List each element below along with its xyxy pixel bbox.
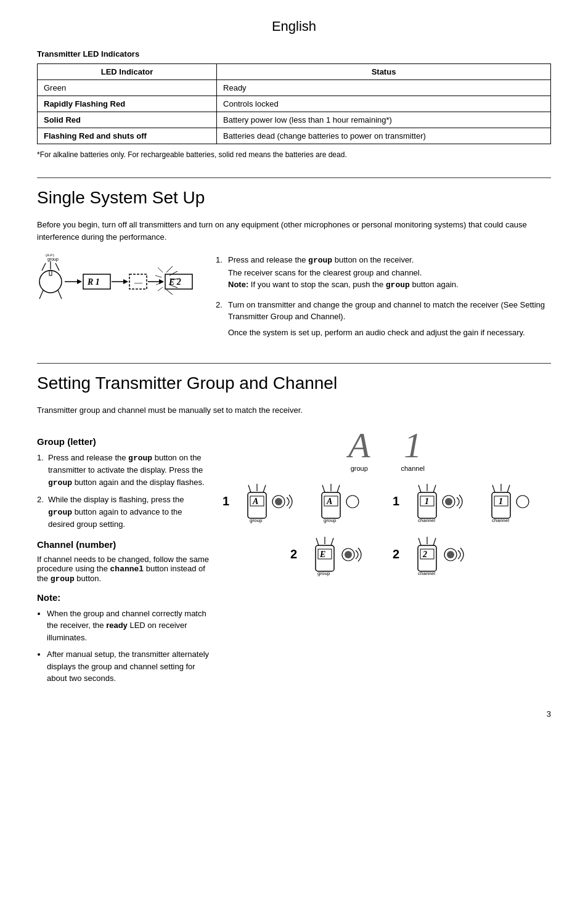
svg-line-1: [55, 263, 59, 271]
group-step-2: 2. While the display is flashing, press …: [37, 494, 210, 531]
step1-num-right: 1: [393, 494, 402, 508]
svg-text:A: A: [326, 497, 332, 506]
group-step-num-1: 1.: [37, 452, 48, 489]
table-row: Solid Red Battery power low (less than 1…: [38, 112, 551, 128]
setting-transmitter-right: A group 1 channel 1 A group: [222, 428, 551, 691]
svg-point-78: [447, 551, 454, 558]
section-divider-2: [37, 363, 551, 364]
step-1-diagrams: 1 A group: [222, 480, 551, 523]
step-num-2: 2.: [216, 299, 228, 311]
step2-channel-svg: 2 channel: [415, 533, 483, 576]
single-system-diagram-area: group (A-F) R 1 —: [37, 254, 551, 344]
svg-point-43: [346, 495, 359, 508]
step-num-1: 1.: [216, 254, 228, 266]
setting-transmitter-intro: Transmitter group and channel must be ma…: [37, 404, 551, 417]
single-system-body: Before you begin, turn off all transmitt…: [37, 219, 551, 243]
step-2-diagrams: 2 E group 2 2 channel: [222, 533, 551, 576]
step1-num-left: 1: [223, 494, 232, 508]
svg-line-23: [166, 290, 173, 295]
svg-line-7: [39, 290, 43, 299]
svg-line-72: [331, 538, 333, 545]
svg-text:1: 1: [425, 497, 429, 506]
led-status-rapid-red: Controls locked: [217, 96, 551, 112]
step2-num-left: 2: [290, 547, 300, 561]
svg-line-61: [492, 485, 495, 492]
svg-point-35: [275, 498, 282, 505]
step-2-main: Turn on transmitter and change the group…: [228, 300, 545, 322]
step1-group-svg: A group: [245, 480, 306, 523]
group-display-char: A: [348, 428, 370, 463]
svg-line-36: [248, 485, 251, 492]
step2-num-right: 2: [393, 547, 402, 561]
svg-text:channel: channel: [418, 518, 435, 523]
led-status-green: Ready: [217, 80, 551, 96]
table-row: Rapidly Flashing Red Controls locked: [38, 96, 551, 112]
svg-line-79: [419, 538, 421, 545]
svg-point-5: [39, 271, 62, 293]
svg-text:(A-F): (A-F): [46, 254, 54, 257]
led-indicator-green: Green: [38, 80, 217, 96]
svg-point-52: [445, 498, 452, 505]
svg-text:group: group: [47, 257, 59, 262]
svg-text:R 1: R 1: [87, 277, 100, 287]
step1-group-svg2: A group: [319, 480, 380, 523]
note-bullet-2: After manual setup, the transmitter alte…: [47, 648, 210, 685]
table-row: Flashing Red and shuts off Batteries dea…: [38, 128, 551, 144]
led-indicator-solid-red: Solid Red: [38, 112, 217, 128]
group-step-1: 1. Press and release the group button on…: [37, 452, 210, 489]
group-steps: 1. Press and release the group button on…: [37, 452, 210, 531]
single-system-step-1: 1. Press and release the group button on…: [216, 254, 551, 291]
svg-line-53: [419, 485, 421, 492]
svg-point-69: [345, 551, 352, 558]
svg-text:—: —: [134, 277, 143, 287]
single-system-instructions: 1. Press and release the group button on…: [216, 254, 551, 344]
svg-text:group: group: [317, 571, 330, 576]
svg-line-19: [166, 266, 173, 272]
group-display-label: group: [351, 465, 368, 472]
svg-text:group: group: [324, 518, 337, 523]
svg-text:channel: channel: [492, 518, 509, 523]
step1-channel-svg2: 1 channel: [489, 480, 550, 523]
step-2-sub1: Once the system is set up, perform an au…: [228, 327, 551, 339]
svg-point-60: [517, 495, 529, 508]
single-system-heading: Single System Set Up: [37, 188, 551, 208]
led-indicator-flash-shuts: Flashing Red and shuts off: [38, 128, 217, 144]
svg-line-63: [507, 485, 510, 492]
svg-text:A: A: [252, 497, 258, 506]
step-1-note: Note: If you want to stop the scan, push…: [228, 280, 459, 289]
svg-line-29: [158, 287, 163, 291]
svg-text:E 2: E 2: [168, 277, 181, 287]
single-system-diagram: group (A-F) R 1 —: [37, 254, 197, 344]
channel-display-label: channel: [401, 465, 425, 472]
note-heading: Note:: [37, 592, 210, 603]
step2-group-svg: E group: [312, 533, 380, 576]
channel-display-char: 1: [401, 428, 425, 463]
step-2-content: Turn on transmitter and change the group…: [228, 299, 551, 339]
page-number: 3: [37, 709, 551, 719]
channel-heading: Channel (number): [37, 539, 210, 550]
step-1-main: Press and release the group button on th…: [228, 255, 414, 264]
group-step-1-text: Press and release the group button on th…: [48, 452, 210, 489]
svg-line-70: [316, 538, 319, 545]
svg-line-26: [158, 267, 163, 272]
led-section-label: Transmitter LED Indicators: [37, 49, 551, 59]
led-footnote: *For alkaline batteries only. For rechar…: [37, 150, 551, 159]
step1-channel-svg: 1 channel: [415, 480, 476, 523]
svg-line-27: [155, 275, 161, 277]
svg-text:channel: channel: [418, 571, 435, 576]
led-table-header-indicator: LED Indicator: [38, 64, 217, 80]
svg-line-46: [337, 485, 340, 492]
svg-text:E: E: [319, 550, 325, 559]
svg-line-0: [42, 263, 46, 271]
svg-marker-10: [77, 279, 82, 284]
svg-text:1: 1: [499, 497, 503, 506]
svg-text:group: group: [250, 518, 263, 523]
page-title: English: [37, 18, 551, 35]
setting-transmitter-heading: Setting Transmitter Group and Channel: [37, 373, 551, 393]
setting-transmitter-left: Group (letter) 1. Press and release the …: [37, 428, 210, 691]
led-table: LED Indicator Status Green Ready Rapidly…: [37, 63, 551, 144]
note-bullet-1: When the group and channel correctly mat…: [47, 608, 210, 644]
svg-line-44: [322, 485, 325, 492]
svg-marker-14: [123, 279, 128, 284]
table-row: Green Ready: [38, 80, 551, 96]
